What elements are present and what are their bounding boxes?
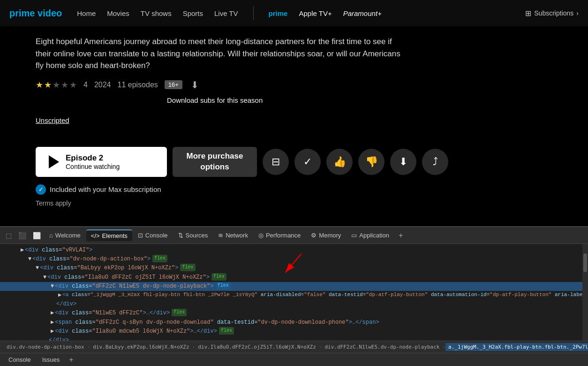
code-line-8: ▶ <div class="N1lwE5 dFF2zC"> … </div> f…: [0, 309, 588, 318]
play-episode-label: Episode 2: [66, 153, 103, 163]
tab-welcome[interactable]: ⌂ Welcome: [45, 230, 85, 241]
devtools-panel: ⬚ ⬛ ⬜ ⌂ Welcome </> Elements ⊡ Console ⇅…: [0, 226, 588, 366]
play-text: Episode 2 Continue watching: [66, 153, 120, 170]
grid-icon: ⊞: [525, 9, 531, 18]
devtools-scrollbar[interactable]: [582, 244, 588, 341]
release-year: 2024: [94, 81, 111, 89]
thumbsup-icon-button[interactable]: 👍: [326, 149, 353, 175]
subscriptions-label: Subscriptions: [534, 9, 573, 17]
bc-sep-1: ›: [87, 344, 90, 350]
arrow-icon-1[interactable]: ▶: [21, 246, 24, 255]
tab-application[interactable]: ▭ Application: [347, 230, 394, 241]
code-line-6: ▶ <a class="_1jWggM _3_H2aX fbl-play-btn…: [0, 291, 588, 300]
nav-divider: [253, 6, 254, 20]
bottom-tab-console[interactable]: Console: [4, 355, 36, 365]
play-button[interactable]: Episode 2 Continue watching: [36, 147, 167, 177]
breadcrumb-item-2[interactable]: div.BaLbyy.ekP2op.l6oWjX.N+oXZz: [90, 343, 192, 351]
nav-movies[interactable]: Movies: [107, 9, 129, 17]
subscription-row: ✓ Included with your Max subscription: [36, 184, 552, 195]
devtools-add-tab[interactable]: +: [395, 229, 407, 242]
checkmark-icon: ✓: [303, 156, 312, 168]
nav-brand-paramount[interactable]: Paramount+: [343, 9, 382, 17]
code-tag-9: <span class="dFF2zC q-sByn dv-dp-node-do…: [55, 318, 352, 327]
purchase-button[interactable]: More purchaseoptions: [173, 147, 257, 177]
purchase-label: More purchaseoptions: [187, 151, 243, 172]
memory-icon: ⚙: [311, 232, 317, 239]
download-subs-tooltip: Download subs for this season: [167, 96, 552, 104]
devtools-icon-dock3[interactable]: ⬜: [30, 230, 44, 241]
genre-link[interactable]: Unscripted: [36, 116, 69, 124]
episodes-icon-button[interactable]: ⊟: [263, 149, 289, 175]
nav-brand-appletv[interactable]: Apple TV+: [299, 9, 332, 17]
devtools-icon-dock2[interactable]: ⬛: [15, 230, 29, 241]
code-line-7: </div>: [0, 300, 588, 309]
arrow-icon-2[interactable]: ▼: [28, 255, 31, 264]
code-line-9: ▶ <span class="dFF2zC q-sByn dv-dp-node-…: [0, 318, 588, 327]
tab-performance[interactable]: ◎ Performance: [254, 230, 305, 241]
code-line-10: ▶ <div class="Ila8uO mdcwb5 l6oWjX N+oXZ…: [0, 327, 588, 336]
home-icon: ⌂: [49, 232, 53, 239]
bc-sep-4: ›: [442, 344, 445, 350]
download-circle-icon: ⬇: [399, 156, 407, 168]
share-button[interactable]: ⤴: [422, 149, 448, 175]
arrow-icon-3[interactable]: ▼: [36, 264, 39, 273]
code-line-2: ▼ <div class="dv-node-dp-action-box"> fl…: [0, 255, 588, 264]
tab-sources[interactable]: ⇅ Sources: [173, 230, 213, 241]
bottom-tab-issues[interactable]: Issues: [38, 355, 65, 365]
show-description: Eight hopeful Americans journey abroad t…: [36, 36, 401, 72]
tab-console[interactable]: ⊡ Console: [133, 230, 173, 241]
devtools-icon-dock1[interactable]: ⬚: [3, 230, 15, 241]
thumbsdown-icon-button[interactable]: 👎: [358, 149, 384, 175]
tab-memory[interactable]: ⚙ Memory: [306, 230, 346, 241]
star-4: ★: [61, 80, 68, 90]
tab-elements-label: Elements: [102, 232, 128, 239]
terms-text: Terms apply: [36, 199, 552, 207]
nav-sports[interactable]: Sports: [183, 9, 203, 17]
star-2: ★: [44, 80, 52, 90]
star-5: ★: [69, 80, 77, 90]
arrow-icon-5[interactable]: ▼: [51, 282, 54, 291]
arrow-icon-4[interactable]: ▼: [43, 273, 46, 282]
download-icon[interactable]: ⬇: [191, 79, 199, 91]
watchlist-icon-button[interactable]: ✓: [294, 149, 321, 175]
arrow-icon-6[interactable]: ▶: [58, 291, 61, 300]
rating-count: 4: [83, 81, 88, 89]
nav-logo: prime video: [9, 8, 62, 19]
elements-icon: </>: [91, 232, 100, 239]
tab-console-label: Console: [145, 232, 168, 239]
code-line-11: </div>: [0, 336, 588, 341]
check-circle-icon: ✓: [36, 184, 46, 195]
application-icon: ▭: [351, 232, 357, 239]
tab-performance-label: Performance: [266, 232, 301, 239]
breadcrumb-item-5[interactable]: a._1jWggM._3_H2aX.fbl-play-btn.fbl-btn._…: [445, 343, 588, 351]
code-tag-10: <div class="Ila8uO mdcwb5 l6oWjX N+oXZz"…: [55, 327, 193, 336]
bc-sep-2: ›: [192, 344, 196, 350]
devtools-tab-bar: ⬚ ⬛ ⬜ ⌂ Welcome </> Elements ⊡ Console ⇅…: [0, 227, 588, 244]
nav-tvshows[interactable]: TV shows: [141, 9, 172, 17]
arrow-icon-8[interactable]: ▶: [51, 309, 54, 318]
nav-brand-prime[interactable]: prime: [269, 9, 288, 17]
breadcrumb-item-3[interactable]: div.Ila8uO.dFF2zC.ojZ5iT.l6oWjX.N+oXZz: [195, 343, 319, 351]
console-icon: ⊡: [138, 232, 143, 239]
code-tag-3: <div class="BaLbyy ekP2op l6oWjX N+oXZz"…: [40, 264, 178, 273]
arrow-icon-9[interactable]: ▶: [51, 318, 54, 327]
nav-livetv[interactable]: Live TV: [214, 9, 238, 17]
play-subtext-label: Continue watching: [66, 163, 120, 170]
breadcrumb-item-4[interactable]: div.dFF2zC.N1lwE5.dv-dp-node-playback: [322, 343, 442, 351]
code-tag-8: <div class="N1lwE5 dFF2zC">: [55, 309, 146, 318]
devtools-code-area[interactable]: ▶ <div class="vRVLAI"> ▼ <div class="dv-…: [0, 244, 588, 341]
nav-subscriptions[interactable]: ⊞ Subscriptions ›: [525, 9, 579, 18]
download-button[interactable]: ⬇: [390, 149, 416, 175]
bottom-tab-add[interactable]: +: [66, 355, 76, 365]
tab-elements[interactable]: </> Elements: [86, 229, 132, 241]
main-content: Eight hopeful Americans journey abroad t…: [0, 26, 588, 216]
code-tag-7: </div>: [56, 300, 76, 309]
nav-home[interactable]: Home: [77, 9, 96, 17]
devtools-breadcrumb: div.dv-node-dp-action-box › div.BaLbyy.e…: [0, 341, 588, 353]
tab-network[interactable]: ≋ Network: [213, 230, 253, 241]
meta-row: ★ ★ ★ ★ ★ 4 2024 11 episodes 16+ ⬇: [36, 79, 552, 91]
devtools-scrollbar-thumb[interactable]: [583, 253, 587, 272]
breadcrumb-item-1[interactable]: div.dv-node-dp-action-box: [4, 343, 87, 351]
action-row: Episode 2 Continue watching More purchas…: [36, 147, 552, 177]
arrow-icon-10[interactable]: ▶: [51, 327, 54, 336]
